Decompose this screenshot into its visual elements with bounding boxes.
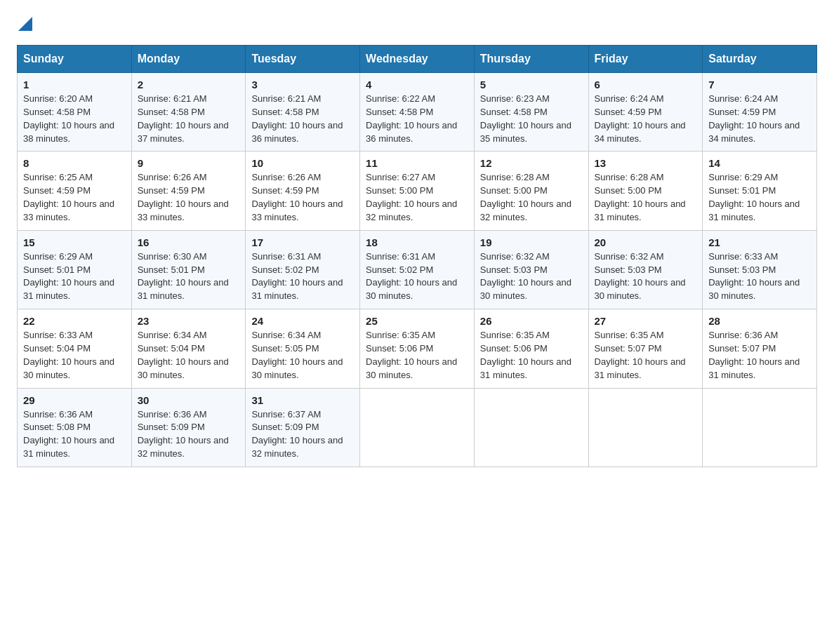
day-info: Sunrise: 6:22 AMSunset: 4:58 PMDaylight:… — [366, 93, 457, 144]
day-info: Sunrise: 6:36 AMSunset: 5:09 PMDaylight:… — [138, 409, 229, 459]
calendar-week-row: 15 Sunrise: 6:29 AMSunset: 5:01 PMDaylig… — [18, 230, 817, 309]
day-number: 26 — [480, 315, 583, 327]
day-number: 1 — [23, 79, 126, 90]
calendar-cell: 5 Sunrise: 6:23 AMSunset: 4:58 PMDayligh… — [474, 73, 588, 152]
calendar-table: SundayMondayTuesdayWednesdayThursdayFrid… — [17, 45, 817, 467]
day-info: Sunrise: 6:28 AMSunset: 5:00 PMDaylight:… — [480, 172, 571, 222]
calendar-cell: 14 Sunrise: 6:29 AMSunset: 5:01 PMDaylig… — [703, 152, 817, 230]
calendar-cell: 23 Sunrise: 6:34 AMSunset: 5:04 PMDaylig… — [131, 309, 246, 388]
calendar-cell: 21 Sunrise: 6:33 AMSunset: 5:03 PMDaylig… — [703, 230, 817, 309]
day-number: 19 — [480, 236, 583, 248]
col-header-tuesday: Tuesday — [246, 46, 360, 73]
calendar-cell: 22 Sunrise: 6:33 AMSunset: 5:04 PMDaylig… — [18, 309, 132, 388]
day-info: Sunrise: 6:33 AMSunset: 5:04 PMDaylight:… — [23, 330, 114, 380]
day-info: Sunrise: 6:20 AMSunset: 4:58 PMDaylight:… — [23, 93, 114, 144]
calendar-cell: 7 Sunrise: 6:24 AMSunset: 4:59 PMDayligh… — [703, 73, 817, 152]
calendar-cell: 4 Sunrise: 6:22 AMSunset: 4:58 PMDayligh… — [360, 73, 475, 152]
calendar-cell — [588, 388, 703, 467]
calendar-header-row: SundayMondayTuesdayWednesdayThursdayFrid… — [18, 46, 817, 73]
calendar-cell: 20 Sunrise: 6:32 AMSunset: 5:03 PMDaylig… — [588, 230, 703, 309]
day-number: 7 — [708, 79, 811, 90]
day-number: 9 — [138, 157, 240, 169]
day-number: 29 — [23, 394, 126, 406]
calendar-cell: 15 Sunrise: 6:29 AMSunset: 5:01 PMDaylig… — [18, 230, 132, 309]
day-number: 5 — [480, 79, 583, 90]
day-number: 15 — [23, 236, 126, 248]
day-number: 21 — [708, 236, 811, 248]
calendar-cell — [703, 388, 817, 467]
calendar-week-row: 1 Sunrise: 6:20 AMSunset: 4:58 PMDayligh… — [18, 73, 817, 152]
day-info: Sunrise: 6:31 AMSunset: 5:02 PMDaylight:… — [366, 251, 457, 302]
calendar-cell: 9 Sunrise: 6:26 AMSunset: 4:59 PMDayligh… — [131, 152, 246, 230]
day-number: 12 — [480, 157, 583, 169]
col-header-wednesday: Wednesday — [360, 46, 475, 73]
svg-marker-0 — [18, 17, 32, 31]
day-info: Sunrise: 6:23 AMSunset: 4:58 PMDaylight:… — [480, 93, 571, 144]
day-info: Sunrise: 6:32 AMSunset: 5:03 PMDaylight:… — [595, 251, 686, 302]
day-number: 30 — [138, 394, 240, 406]
day-number: 27 — [595, 315, 697, 327]
day-info: Sunrise: 6:26 AMSunset: 4:59 PMDaylight:… — [251, 172, 343, 222]
day-info: Sunrise: 6:21 AMSunset: 4:58 PMDaylight:… — [251, 93, 343, 144]
day-number: 22 — [23, 315, 126, 327]
day-info: Sunrise: 6:24 AMSunset: 4:59 PMDaylight:… — [595, 93, 686, 144]
day-info: Sunrise: 6:27 AMSunset: 5:00 PMDaylight:… — [366, 172, 457, 222]
day-info: Sunrise: 6:30 AMSunset: 5:01 PMDaylight:… — [138, 251, 229, 302]
calendar-cell: 26 Sunrise: 6:35 AMSunset: 5:06 PMDaylig… — [474, 309, 588, 388]
day-info: Sunrise: 6:36 AMSunset: 5:07 PMDaylight:… — [708, 330, 800, 380]
day-number: 3 — [251, 79, 354, 90]
calendar-cell: 8 Sunrise: 6:25 AMSunset: 4:59 PMDayligh… — [18, 152, 132, 230]
day-number: 13 — [595, 157, 697, 169]
day-number: 25 — [366, 315, 468, 327]
calendar-cell: 12 Sunrise: 6:28 AMSunset: 5:00 PMDaylig… — [474, 152, 588, 230]
day-info: Sunrise: 6:29 AMSunset: 5:01 PMDaylight:… — [23, 251, 114, 302]
day-info: Sunrise: 6:34 AMSunset: 5:04 PMDaylight:… — [138, 330, 229, 380]
day-info: Sunrise: 6:25 AMSunset: 4:59 PMDaylight:… — [23, 172, 114, 222]
calendar-cell: 6 Sunrise: 6:24 AMSunset: 4:59 PMDayligh… — [588, 73, 703, 152]
calendar-cell: 16 Sunrise: 6:30 AMSunset: 5:01 PMDaylig… — [131, 230, 246, 309]
calendar-week-row: 29 Sunrise: 6:36 AMSunset: 5:08 PMDaylig… — [18, 388, 817, 467]
col-header-friday: Friday — [588, 46, 703, 73]
calendar-cell: 24 Sunrise: 6:34 AMSunset: 5:05 PMDaylig… — [246, 309, 360, 388]
day-info: Sunrise: 6:31 AMSunset: 5:02 PMDaylight:… — [251, 251, 343, 302]
logo-triangle-icon — [18, 17, 32, 31]
col-header-saturday: Saturday — [703, 46, 817, 73]
day-number: 17 — [251, 236, 354, 248]
calendar-cell — [360, 388, 475, 467]
calendar-week-row: 22 Sunrise: 6:33 AMSunset: 5:04 PMDaylig… — [18, 309, 817, 388]
day-number: 11 — [366, 157, 468, 169]
calendar-cell: 27 Sunrise: 6:35 AMSunset: 5:07 PMDaylig… — [588, 309, 703, 388]
day-number: 20 — [595, 236, 697, 248]
calendar-cell: 31 Sunrise: 6:37 AMSunset: 5:09 PMDaylig… — [246, 388, 360, 467]
day-info: Sunrise: 6:29 AMSunset: 5:01 PMDaylight:… — [708, 172, 800, 222]
day-number: 8 — [23, 157, 126, 169]
day-info: Sunrise: 6:35 AMSunset: 5:06 PMDaylight:… — [480, 330, 571, 380]
day-number: 14 — [708, 157, 811, 169]
calendar-cell: 3 Sunrise: 6:21 AMSunset: 4:58 PMDayligh… — [246, 73, 360, 152]
day-number: 31 — [251, 394, 354, 406]
calendar-cell: 17 Sunrise: 6:31 AMSunset: 5:02 PMDaylig… — [246, 230, 360, 309]
day-number: 4 — [366, 79, 468, 90]
calendar-cell: 18 Sunrise: 6:31 AMSunset: 5:02 PMDaylig… — [360, 230, 475, 309]
day-info: Sunrise: 6:36 AMSunset: 5:08 PMDaylight:… — [23, 409, 114, 459]
day-number: 28 — [708, 315, 811, 327]
day-info: Sunrise: 6:21 AMSunset: 4:58 PMDaylight:… — [138, 93, 229, 144]
calendar-cell: 2 Sunrise: 6:21 AMSunset: 4:58 PMDayligh… — [131, 73, 246, 152]
page-header — [17, 17, 817, 34]
logo — [17, 17, 32, 34]
calendar-cell — [474, 388, 588, 467]
day-info: Sunrise: 6:24 AMSunset: 4:59 PMDaylight:… — [708, 93, 800, 144]
col-header-thursday: Thursday — [474, 46, 588, 73]
day-info: Sunrise: 6:37 AMSunset: 5:09 PMDaylight:… — [251, 409, 343, 459]
day-info: Sunrise: 6:33 AMSunset: 5:03 PMDaylight:… — [708, 251, 800, 302]
day-info: Sunrise: 6:32 AMSunset: 5:03 PMDaylight:… — [480, 251, 571, 302]
day-number: 16 — [138, 236, 240, 248]
day-number: 6 — [595, 79, 697, 90]
day-info: Sunrise: 6:28 AMSunset: 5:00 PMDaylight:… — [595, 172, 686, 222]
calendar-cell: 30 Sunrise: 6:36 AMSunset: 5:09 PMDaylig… — [131, 388, 246, 467]
calendar-cell: 13 Sunrise: 6:28 AMSunset: 5:00 PMDaylig… — [588, 152, 703, 230]
day-info: Sunrise: 6:26 AMSunset: 4:59 PMDaylight:… — [138, 172, 229, 222]
calendar-cell: 28 Sunrise: 6:36 AMSunset: 5:07 PMDaylig… — [703, 309, 817, 388]
day-number: 18 — [366, 236, 468, 248]
calendar-cell: 10 Sunrise: 6:26 AMSunset: 4:59 PMDaylig… — [246, 152, 360, 230]
